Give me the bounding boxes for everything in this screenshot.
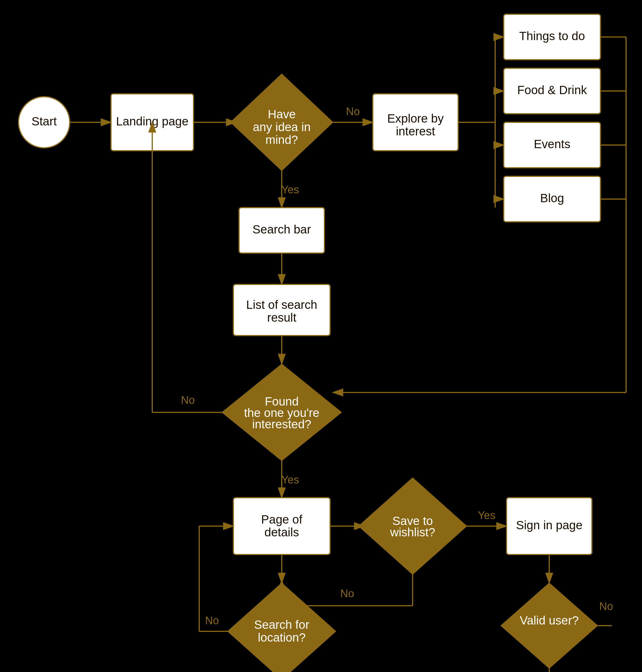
have-idea-label1: Have (268, 107, 296, 121)
flowchart: Start Landing page Have any idea in mind… (0, 0, 642, 672)
search-bar-label: Search bar (253, 223, 311, 236)
found-label3: interested? (252, 418, 311, 431)
label-yes-found: Yes (281, 474, 299, 486)
search-location-label1: Search for (254, 618, 309, 631)
label-no-idea: No (346, 106, 360, 117)
label-yes-wishlist: Yes (478, 509, 496, 521)
search-result-label1: List of search (246, 298, 317, 312)
page-details-label2: details (265, 526, 299, 539)
label-no-found: No (181, 394, 195, 406)
explore-interest-label2: interest (396, 124, 435, 138)
valid-user-label1: Valid user? (519, 614, 579, 627)
have-idea-label2: any idea in (253, 120, 310, 134)
explore-interest-label1: Explore by (387, 112, 444, 125)
start-label: Start (31, 115, 57, 128)
label-no-valid: No (599, 600, 613, 612)
sign-in-label: Sign in page (516, 518, 582, 532)
food-drink-label: Food & Drink (517, 83, 587, 97)
things-to-do-label: Things to do (519, 29, 585, 43)
label-yes-idea: Yes (281, 184, 299, 196)
events-label: Events (534, 137, 570, 151)
save-wishlist-label2: wishlist? (390, 526, 435, 539)
label-no-wishlist: No (341, 588, 354, 599)
blog-label: Blog (540, 192, 564, 205)
have-idea-label3: mind? (266, 133, 298, 146)
search-location-label2: location? (258, 631, 306, 644)
label-no-searchloc: No (205, 615, 219, 627)
search-result-label2: result (267, 311, 296, 324)
page-details-label1: Page of (261, 513, 303, 526)
